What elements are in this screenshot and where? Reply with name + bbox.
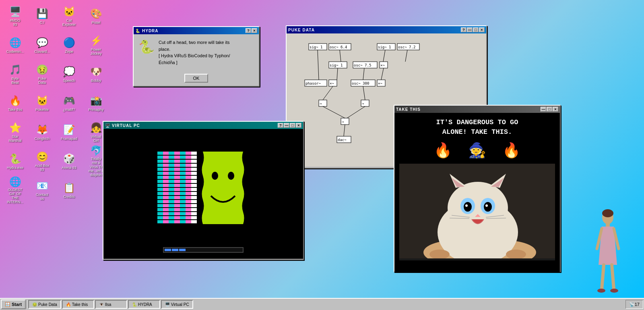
desktop-icon-cat-explorer[interactable]: 🐱 CatExplorer — [56, 2, 82, 30]
desktop-icon-oldest-gif[interactable]: 🌐 OLDESTGIF OFTHEINTERN... — [2, 176, 28, 204]
desktop-icon-clavard[interactable]: 💬 Clavard... — [29, 31, 55, 59]
virtual-pc-btn-max[interactable]: □ — [290, 123, 295, 128]
svg-text:osc~ 7.5: osc~ 7.5 — [354, 63, 371, 67]
hydra-window[interactable]: 🐍 HYDRA ? × 🐍 Cut off a head, two more w… — [133, 26, 260, 87]
clock-time: 17 — [635, 302, 640, 307]
hydra-footer: OK — [134, 71, 259, 86]
virtual-pc-title: 🖥️ VIRTUAL PC — [105, 123, 140, 128]
desktop-icon-framapad[interactable]: 📝 Framapad — [56, 118, 82, 146]
puke-data-titlebar[interactable]: PUKE DATA ? — □ × — [287, 26, 486, 33]
svg-text:osc~ 7.2: osc~ 7.2 — [398, 45, 415, 49]
virtual-pc-window[interactable]: 🖥️ VIRTUAL PC ? — □ × — [103, 121, 304, 260]
taskbar-take-icon: 🔥 — [66, 302, 71, 307]
stripe-left — [157, 152, 197, 224]
icon-label-puke-data-icon: PukeData — [38, 77, 46, 85]
icon-label-credits: Credits — [63, 195, 75, 199]
taskbar-btn-take-this[interactable]: 🔥 Take this — [62, 300, 94, 309]
svg-line-71 — [602, 265, 604, 289]
virtual-pc-titlebar-buttons[interactable]: ? — □ × — [278, 123, 301, 128]
taskbar-btn-virtual-pc[interactable]: 🖥️ Virtual PC — [161, 300, 193, 309]
icon-img-pistel: 🎨 — [90, 7, 103, 20]
desktop-icon-prima-phu[interactable]: 📸 Primaphy — [83, 89, 109, 117]
svg-line-40 — [347, 106, 365, 118]
taskbar: 🪟 Start 🤢 Puke Data 🔥 Take this 👁️ Ilsa … — [0, 298, 644, 310]
svg-line-39 — [323, 106, 345, 118]
svg-line-36 — [381, 68, 384, 80]
virtual-pc-btn-close[interactable]: × — [296, 123, 301, 128]
puke-data-btn-close[interactable]: × — [479, 27, 485, 32]
virtual-pc-titlebar[interactable]: 🖥️ VIRTUAL PC ? — □ × — [103, 122, 303, 129]
icon-label-acid-box: Acid Box93 — [35, 164, 50, 172]
desktop-icon-arena93[interactable]: 🎲 Arena 93 — [56, 147, 82, 175]
icon-img-mdo93: 🖥️ — [9, 5, 22, 18]
svg-line-37 — [323, 86, 333, 100]
icon-label-codemin: Codemin... — [6, 50, 24, 54]
icon-label-cf: C:/ — [40, 21, 45, 25]
take-this-btn-max[interactable]: □ — [547, 107, 552, 112]
start-label: Start — [12, 302, 22, 307]
puke-data-title: PUKE DATA — [288, 28, 315, 32]
hydra-btn-close[interactable]: × — [252, 28, 257, 33]
virtual-pc-btn-q[interactable]: ? — [278, 123, 283, 128]
desktop-icon-byte-beat[interactable]: 🎵 ByteBeat — [2, 60, 28, 88]
desktop-icon-hydraexe[interactable]: 🐍 Hydra.exe — [2, 147, 28, 175]
take-this-titlebar-buttons[interactable]: — □ × — [541, 107, 558, 112]
take-this-btn-min[interactable]: — — [541, 107, 546, 112]
hydra-btn-q[interactable]: ? — [246, 28, 251, 33]
icon-label-pistel: Pistel — [91, 21, 100, 25]
icon-img-cf: 💾 — [36, 7, 49, 20]
start-button[interactable]: 🪟 Start — [1, 300, 26, 309]
svg-text:×~: ×~ — [380, 63, 385, 67]
icon-label-byte-beat: ByteBeat — [11, 77, 19, 85]
puke-data-titlebar-buttons[interactable]: ? — □ × — [461, 27, 485, 32]
desktop-icon-pistel[interactable]: 🎨 Pistel — [83, 2, 109, 30]
puke-data-btn-q[interactable]: ? — [461, 27, 466, 32]
svg-point-58 — [485, 204, 488, 207]
take-this-headline: IT'S DANGEROUS TO GO ALONE! TAKE THIS. — [399, 118, 555, 137]
svg-text:dac~: dac~ — [338, 138, 347, 142]
desktop-icon-mdo93[interactable]: 🖥️ #MDO93 — [2, 2, 28, 30]
icon-label-zepe: Zepe — [65, 50, 73, 54]
take-this-btn-close[interactable]: × — [553, 107, 558, 112]
desktop-icon-credits[interactable]: 📋 Credits — [56, 176, 82, 204]
svg-point-42 — [212, 172, 218, 180]
fire-icon-left: 🔥 — [434, 142, 452, 159]
svg-text:→: → — [342, 120, 344, 124]
icon-img-prima-phu: 📸 — [90, 94, 103, 107]
cat-svg — [399, 164, 555, 258]
desktop-icon-speech[interactable]: 💭 Speech — [56, 60, 82, 88]
taskbar-btn-hydra[interactable]: 🐍 HYDRA — [128, 300, 160, 309]
desktop-icon-star-marshal[interactable]: ⭐ StarMarshal — [2, 118, 28, 146]
desktop-icon-take-this-icon[interactable]: 🔥 Take this — [2, 89, 28, 117]
icon-img-power-jockey: ⚡ — [90, 34, 103, 47]
icon-img-zepe: 🔵 — [63, 36, 76, 49]
puke-data-btn-max[interactable]: □ — [473, 27, 479, 32]
take-this-items: 🔥 🧙 🔥 — [399, 142, 555, 159]
desktop-icon-bobby[interactable]: 🐶 Bobby — [83, 60, 109, 88]
hydra-titlebar-buttons[interactable]: ? × — [246, 28, 257, 33]
desktop-icon-acid-box[interactable]: 😊 Acid Box93 — [29, 147, 55, 175]
icon-img-conglitch: 🦊 — [36, 123, 49, 136]
puke-data-btn-min[interactable]: — — [467, 27, 473, 32]
taskbar-btn-ilsa[interactable]: 👁️ Ilsa — [95, 300, 127, 309]
icon-img-hydraexe: 🐍 — [9, 152, 22, 165]
taskbar-separator — [27, 300, 27, 309]
svg-text:×~: ×~ — [378, 81, 382, 85]
taskbar-btn-puke-data[interactable]: 🤢 Puke Data — [28, 300, 61, 309]
desktop-icon-codemin[interactable]: 🌐 Codemin... — [2, 31, 28, 59]
desktop-icon-zepe[interactable]: 🔵 Zepe — [56, 31, 82, 59]
desktop-icon-contact-us[interactable]: 📧 Contactus — [29, 176, 55, 204]
desktop-icon-puke-data-icon[interactable]: 🤢 PukeData — [29, 60, 55, 88]
virtual-pc-btn-min[interactable]: — — [284, 123, 289, 128]
desktop-icon-conglitch[interactable]: 🦊 Conglitch — [29, 118, 55, 146]
take-this-titlebar[interactable]: TAKE THIS — □ × — [394, 106, 560, 113]
desktop-icon-power-jockey[interactable]: ⚡ PowerJockey — [83, 31, 109, 59]
hydra-dialog-text: Cut off a head, two more will take its p… — [159, 39, 230, 66]
hydra-titlebar[interactable]: 🐍 HYDRA ? × — [134, 27, 259, 34]
desktop-icon-cf[interactable]: 💾 C:/ — [29, 2, 55, 30]
icon-label-bobby: Bobby — [91, 79, 101, 83]
desktop-icon-poke-me[interactable]: 🐱 PokeMe — [29, 89, 55, 117]
hydra-ok-button[interactable]: OK — [184, 74, 208, 83]
take-this-window[interactable]: TAKE THIS — □ × IT'S DANGEROUS TO GO ALO… — [394, 105, 561, 272]
desktop-icon-what-if[interactable]: 🎮 ¿matIf? — [56, 89, 82, 117]
